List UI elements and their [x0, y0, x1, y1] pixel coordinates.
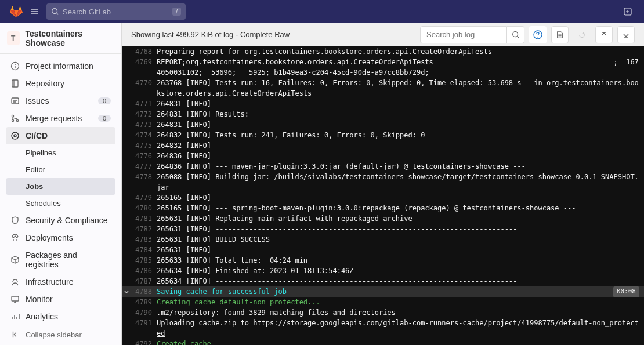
svg-point-15: [512, 31, 518, 37]
log-lineno[interactable]: 4778: [131, 172, 157, 193]
log-lineno[interactable]: 4785: [131, 255, 157, 266]
log-text: 264832 [INFO] Tests run: 241, Failures: …: [157, 130, 639, 140]
raw-log-button[interactable]: [551, 26, 569, 43]
log-lineno[interactable]: 4768: [131, 46, 157, 57]
section-chevron-icon[interactable]: [122, 286, 131, 297]
log-line: 4789Creating cache default-non_protected…: [122, 297, 644, 307]
global-search-input[interactable]: [63, 8, 169, 16]
issues-icon: [10, 96, 20, 106]
global-search[interactable]: /: [46, 3, 186, 20]
log-text: 265165 [INFO] --- spring-boot-maven-plug…: [157, 203, 639, 213]
retry-button: [573, 26, 591, 43]
log-line: 4774264832 [INFO] Tests run: 241, Failur…: [122, 130, 644, 140]
svg-point-17: [537, 37, 538, 37]
complete-raw-link[interactable]: Complete Raw: [240, 30, 290, 39]
sidebar-sub-schedules[interactable]: Schedules: [6, 195, 115, 212]
sidebar-item-monitor[interactable]: Monitor: [6, 290, 115, 308]
log-lineno[interactable]: 4783: [131, 234, 157, 245]
log-lineno[interactable]: 4790: [131, 307, 157, 318]
section-chevron-icon: [122, 78, 131, 99]
log-line: 4782265631 [INFO] ----------------------…: [122, 224, 644, 234]
log-text: 264831 [INFO]: [157, 99, 639, 109]
gitlab-logo-icon[interactable]: [9, 5, 23, 19]
log-lineno[interactable]: 4769: [131, 57, 157, 78]
log-lineno[interactable]: 4782: [131, 224, 157, 234]
svg-rect-5: [12, 98, 19, 104]
section-chevron-icon: [122, 109, 131, 119]
log-lineno[interactable]: 4781: [131, 213, 157, 224]
section-chevron-icon: [122, 203, 131, 213]
log-lineno[interactable]: 4788: [131, 286, 157, 297]
log-line: 4778265088 [INFO] Building jar: /builds/…: [122, 172, 644, 193]
sidebar-item-issues[interactable]: Issues0: [6, 92, 115, 110]
repo-icon: [10, 79, 20, 88]
sidebar-sub-jobs[interactable]: Jobs: [6, 178, 115, 195]
scroll-top-button[interactable]: [595, 26, 613, 43]
sidebar-item-project-information[interactable]: Project information: [6, 57, 115, 75]
log-lineno[interactable]: 4771: [131, 99, 157, 109]
section-chevron-icon: [122, 213, 131, 224]
log-lineno[interactable]: 4791: [131, 318, 157, 339]
sidebar-item-deployments[interactable]: Deployments: [6, 229, 115, 246]
scroll-bottom-button[interactable]: [617, 26, 635, 43]
log-line[interactable]: 4788Saving cache for successful job00:08: [122, 286, 644, 297]
section-chevron-icon: [122, 339, 131, 345]
log-lineno[interactable]: 4784: [131, 245, 157, 255]
log-lineno[interactable]: 4776: [131, 151, 157, 161]
log-lineno[interactable]: 4775: [131, 140, 157, 151]
job-log-search-input[interactable]: [420, 26, 507, 43]
sidebar-item-merge-requests[interactable]: Merge requests0: [6, 110, 115, 127]
sidebar-item-infrastructure[interactable]: Infrastructure: [6, 273, 115, 290]
sidebar-item-packages-and-registries[interactable]: Packages and registries: [6, 246, 115, 273]
log-text: 265634 [INFO] Finished at: 2023-01-18T13…: [157, 266, 639, 276]
log-line: 4792Created cache: [122, 339, 644, 345]
log-lineno[interactable]: 4786: [131, 266, 157, 276]
hamburger-icon[interactable]: [28, 5, 42, 19]
header-plus-icon[interactable]: [621, 5, 635, 19]
log-lineno[interactable]: 4777: [131, 161, 157, 172]
sidebar-item-label: Deployments: [26, 233, 73, 242]
log-text: Preparing report for org.testcontainers.…: [157, 46, 639, 57]
sidebar-item-analytics[interactable]: Analytics: [6, 308, 115, 324]
section-chevron-icon: [122, 297, 131, 307]
section-chevron-icon: [122, 172, 131, 193]
job-log-search-button[interactable]: [507, 26, 524, 43]
log-lineno[interactable]: 4780: [131, 203, 157, 213]
collapse-icon: [10, 330, 20, 339]
search-kbd-hint: /: [172, 8, 181, 16]
log-lineno[interactable]: 4774: [131, 130, 157, 140]
log-lineno[interactable]: 4787: [131, 276, 157, 286]
sidebar-sub-editor[interactable]: Editor: [6, 161, 115, 178]
log-text: 265634 [INFO] --------------------------…: [157, 276, 639, 286]
sidebar-item-security-compliance[interactable]: Security & Compliance: [6, 212, 115, 229]
log-line: 4786265634 [INFO] Finished at: 2023-01-1…: [122, 266, 644, 276]
log-lineno[interactable]: 4789: [131, 297, 157, 307]
log-text: 264836 [INFO] --- maven-jar-plugin:3.3.0…: [157, 161, 639, 172]
help-button[interactable]: [529, 26, 547, 43]
sidebar-item-ci-cd[interactable]: CI/CD: [6, 127, 115, 144]
log-lineno[interactable]: 4773: [131, 119, 157, 130]
section-chevron-icon: [122, 119, 131, 130]
log-viewer[interactable]: 4768Preparing report for org.testcontain…: [122, 46, 644, 345]
section-chevron-icon: [122, 266, 131, 276]
collapse-sidebar[interactable]: Collapse sidebar: [0, 324, 121, 345]
sidebar-item-label: Repository: [26, 79, 64, 88]
section-chevron-icon: [122, 255, 131, 266]
section-chevron-icon: [122, 276, 131, 286]
section-chevron-icon: [122, 46, 131, 57]
log-text: 265631 [INFO] --------------------------…: [157, 245, 639, 255]
log-lineno[interactable]: 4792: [131, 339, 157, 345]
log-lineno[interactable]: 4770: [131, 78, 157, 99]
sidebar-sub-pipelines[interactable]: Pipelines: [6, 144, 115, 161]
sidebar-item-repository[interactable]: Repository: [6, 75, 115, 92]
log-info: Showing last 499.92 KiB of log - Complet…: [131, 30, 415, 39]
section-chevron-icon: [122, 234, 131, 245]
log-lineno[interactable]: 4772: [131, 109, 157, 119]
log-line: 4770263768 [INFO] Tests run: 16, Failure…: [122, 78, 644, 99]
log-line: 4776264836 [INFO]: [122, 151, 644, 161]
sidebar-project-header[interactable]: T Testcontainers Showcase: [0, 23, 121, 54]
section-chevron-icon: [122, 140, 131, 151]
shield-icon: [10, 216, 20, 225]
log-lineno[interactable]: 4779: [131, 193, 157, 203]
log-line: 4771264831 [INFO]: [122, 99, 644, 109]
